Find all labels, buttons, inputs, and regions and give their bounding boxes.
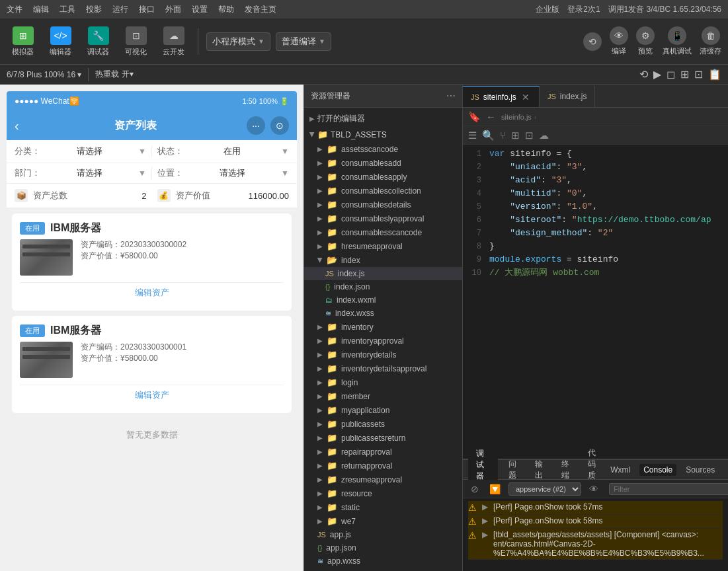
- folder-consumablesadd[interactable]: ▶ 📁 consumablesadd: [304, 156, 462, 170]
- file-index-json[interactable]: {} index.json: [304, 280, 462, 293]
- compile-btn[interactable]: 👁 编译: [610, 26, 628, 56]
- folder-member[interactable]: ▶ 📁 member: [304, 389, 462, 403]
- squares-icon[interactable]: ⊡: [525, 130, 534, 141]
- stop-icon[interactable]: ◻: [667, 68, 675, 81]
- folder-repairapproval[interactable]: ▶ 📁 repairapproval: [304, 445, 462, 459]
- menu-edit[interactable]: 编辑: [33, 4, 49, 15]
- new-file-icon[interactable]: ⋯: [446, 91, 456, 101]
- menu-project[interactable]: 投影: [86, 4, 102, 15]
- location-filter[interactable]: 位置： 请选择 ▼: [157, 167, 289, 179]
- hotreload-btn[interactable]: 热重载 开▾: [95, 69, 133, 80]
- root-folder-section[interactable]: ▶ 📁 TBLD_ASSETS: [304, 127, 462, 142]
- folder-index[interactable]: ▶ 📂 index: [304, 253, 462, 267]
- menu-outer[interactable]: 外面: [165, 4, 181, 15]
- tab-index-js[interactable]: JS index.js: [540, 86, 596, 107]
- network-tab[interactable]: Network: [724, 464, 728, 476]
- appservice-select[interactable]: appservice (#2): [508, 482, 581, 496]
- edit-asset-btn-2[interactable]: 编辑资产: [20, 385, 284, 405]
- open-editors-section[interactable]: ▶ 打开的编辑器: [304, 110, 462, 127]
- folder-consumablesdetails[interactable]: ▶ 📁 consumablesdetails: [304, 198, 462, 211]
- chevron-down-icon: ▼: [258, 38, 264, 45]
- expand-icon[interactable]: ▶: [482, 516, 488, 525]
- file-index-js[interactable]: JS index.js: [304, 267, 462, 280]
- target-button[interactable]: ⊙: [270, 116, 289, 135]
- branch-icon[interactable]: ⑂: [500, 130, 506, 141]
- folder-inventoryapproval[interactable]: ▶ 📁 inventoryapproval: [304, 334, 462, 348]
- grid-icon[interactable]: ⊞: [511, 130, 520, 141]
- preview-btn[interactable]: ⚙ 预览: [636, 26, 655, 56]
- folder-assetsscancode[interactable]: ▶ 📁 assetsscancode: [304, 142, 462, 156]
- folder-consumablesapply[interactable]: ▶ 📁 consumablesapply: [304, 170, 462, 184]
- menu-settings[interactable]: 设置: [192, 4, 208, 15]
- pages-icon[interactable]: 📋: [708, 68, 721, 81]
- folder-returnapproval[interactable]: ▶ 📁 returnapproval: [304, 459, 462, 473]
- category-filter[interactable]: 分类： 请选择 ▼: [15, 145, 146, 157]
- console-tab[interactable]: Console: [639, 464, 676, 476]
- compile-mode-select[interactable]: 普通编译 ▼: [276, 32, 331, 51]
- clearcache-btn[interactable]: 🗑 清缓存: [700, 26, 721, 56]
- folder-inventorydetails[interactable]: ▶ 📁 inventorydetails: [304, 348, 462, 362]
- layout2-icon[interactable]: ⊡: [694, 68, 703, 81]
- file-index-wxss[interactable]: ≋ index.wxss: [304, 307, 462, 320]
- back-nav-icon[interactable]: ←: [486, 111, 496, 122]
- simulator-btn[interactable]: ⊞ 模拟器: [7, 24, 39, 59]
- menu-run[interactable]: 运行: [112, 4, 128, 15]
- expand-icon[interactable]: ▶: [482, 530, 488, 539]
- debug-btn[interactable]: 🔧 调试器: [82, 24, 114, 59]
- folder-we7[interactable]: ▶ 📁 we7: [304, 514, 462, 528]
- file-app-json[interactable]: {} app.json: [304, 541, 462, 554]
- realtest-btn[interactable]: 📱 真机调试: [663, 26, 692, 56]
- cloud-btn[interactable]: ☁ 云开发: [157, 24, 190, 59]
- folder-publicassets[interactable]: ▶ 📁 publicassets: [304, 417, 462, 431]
- clear-console-icon[interactable]: ⊘: [468, 482, 481, 496]
- folder-myapplication[interactable]: ▶ 📁 myapplication: [304, 403, 462, 417]
- menu-tools[interactable]: 工具: [60, 4, 75, 15]
- code-line-2: 2 "uniacid": "3",: [463, 161, 728, 174]
- cloud-icon[interactable]: ☁: [539, 130, 549, 141]
- folder-inventorydetailsapproval[interactable]: ▶ 📁 inventorydetailsapproval: [304, 362, 462, 375]
- file-index-wxml[interactable]: 🗂 index.wxml: [304, 293, 462, 307]
- miniprogram-mode-select[interactable]: 小程序模式 ▼: [206, 32, 270, 51]
- folder-static[interactable]: ▶ 📁 static: [304, 500, 462, 514]
- console-filter-input[interactable]: [609, 483, 728, 495]
- bookmark-icon[interactable]: 🔖: [468, 111, 481, 123]
- back-button[interactable]: ‹: [15, 118, 19, 133]
- file-app-js[interactable]: JS app.js: [304, 528, 462, 541]
- more-options-button[interactable]: ···: [247, 116, 265, 135]
- device-version[interactable]: 6/7/8 Plus 100% 16 ▾: [7, 70, 81, 79]
- close-tab-icon[interactable]: ✕: [520, 92, 531, 102]
- wxml-tab[interactable]: Wxml: [606, 464, 634, 476]
- refresh-btn[interactable]: ⟲: [583, 32, 602, 51]
- menu-file[interactable]: 文件: [7, 4, 22, 15]
- visual-btn[interactable]: ⊡ 可视化: [120, 24, 152, 59]
- menu-publish[interactable]: 发音主页: [245, 4, 276, 15]
- edit-asset-btn-1[interactable]: 编辑资产: [20, 282, 284, 303]
- folder-login[interactable]: ▶ 📁 login: [304, 375, 462, 389]
- status-filter[interactable]: 状态： 在用 ▼: [157, 145, 289, 157]
- folder-consumablesscancode[interactable]: ▶ 📁 consumablesscancode: [304, 225, 462, 239]
- folder-publicassetsreturn[interactable]: ▶ 📁 publicassetsreturn: [304, 431, 462, 445]
- layout1-icon[interactable]: ⊞: [680, 68, 689, 81]
- triangle-icon: ▶: [317, 201, 323, 208]
- filter-icon[interactable]: 🔽: [487, 482, 503, 496]
- play-icon[interactable]: ▶: [653, 68, 661, 81]
- menu-interface[interactable]: 接口: [139, 4, 155, 15]
- editor-btn[interactable]: </> 编辑器: [44, 24, 77, 59]
- file-app-wxss[interactable]: ≋ app.wxss: [304, 554, 462, 568]
- sources-tab[interactable]: Sources: [682, 464, 719, 476]
- eye-toggle-icon[interactable]: 👁: [586, 482, 601, 496]
- tab-siteinfo-js[interactable]: JS siteinfo.js ✕: [463, 86, 540, 107]
- folder-inventory[interactable]: ▶ 📁 inventory: [304, 320, 462, 334]
- folder-resource[interactable]: ▶ 📁 resource: [304, 486, 462, 500]
- code-editor[interactable]: 1 var siteinfo = { 2 "uniacid": "3", 3 "…: [463, 145, 728, 459]
- folder-hresumeapproval[interactable]: ▶ 📁 hresumeapproval: [304, 239, 462, 253]
- undo-icon[interactable]: ⟲: [639, 68, 648, 81]
- folder-consumableslyapproval[interactable]: ▶ 📁 consumableslyapproval: [304, 211, 462, 225]
- hamburger-icon[interactable]: ☰: [468, 130, 477, 141]
- folder-consumablescollection[interactable]: ▶ 📁 consumablescollection: [304, 184, 462, 198]
- expand-icon[interactable]: ▶: [482, 502, 488, 512]
- dept-filter[interactable]: 部门： 请选择 ▼: [15, 167, 146, 179]
- search-editor-icon[interactable]: 🔍: [482, 130, 495, 141]
- folder-zresumeapproval[interactable]: ▶ 📁 zresumeapproval: [304, 473, 462, 486]
- menu-help[interactable]: 帮助: [218, 4, 234, 15]
